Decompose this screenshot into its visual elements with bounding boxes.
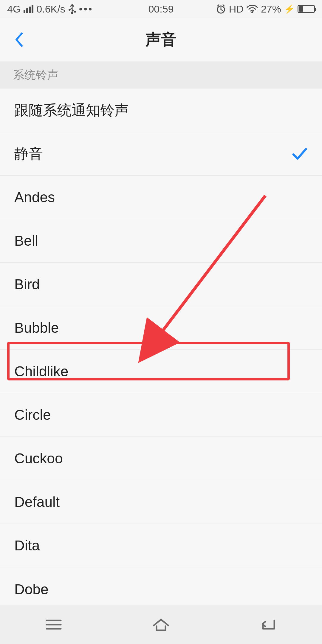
- battery-percent: 27%: [261, 3, 281, 15]
- status-time: 00:59: [148, 3, 174, 15]
- back-button[interactable]: [10, 31, 28, 49]
- system-nav-bar: [0, 605, 322, 644]
- sound-item-label: Bird: [14, 276, 40, 292]
- svg-rect-2: [74, 11, 76, 13]
- svg-point-1: [69, 9, 70, 11]
- home-button[interactable]: [143, 613, 179, 637]
- sound-item-default[interactable]: Default: [0, 480, 322, 524]
- signal-icon: [24, 5, 33, 13]
- wifi-icon: [247, 4, 258, 13]
- sound-item-cuckoo[interactable]: Cuckoo: [0, 437, 322, 480]
- recent-apps-button[interactable]: [36, 613, 72, 637]
- sound-item-label: Default: [14, 494, 60, 510]
- sound-item-label: Dobe: [14, 581, 49, 597]
- sound-item-label: Andes: [14, 189, 55, 205]
- sound-item-label: Bubble: [14, 320, 59, 336]
- sound-item-label: Cuckoo: [14, 450, 63, 467]
- data-speed: 0.6K/s: [36, 3, 65, 15]
- sound-item-label: Childlike: [14, 363, 68, 380]
- sound-item-bird[interactable]: Bird: [0, 263, 322, 306]
- sound-item-andes[interactable]: Andes: [0, 176, 322, 219]
- sound-item-dita[interactable]: Dita: [0, 524, 322, 567]
- check-icon: [291, 145, 308, 162]
- section-header: 系统铃声: [0, 61, 322, 89]
- sound-item-childlike[interactable]: Childlike: [0, 350, 322, 393]
- network-label: 4G: [7, 3, 21, 15]
- sound-item-label: Circle: [14, 407, 51, 423]
- sound-item-circle[interactable]: Circle: [0, 393, 322, 437]
- sound-item-label: Dita: [14, 537, 40, 554]
- status-left: 4G 0.6K/s •••: [7, 3, 93, 15]
- status-bar: 4G 0.6K/s ••• 00:59 HD 27% ⚡: [0, 0, 322, 18]
- svg-point-0: [71, 12, 73, 14]
- page-header: 声音: [0, 18, 322, 61]
- sound-list: 跟随系统通知铃声 静音 Andes Bell Bird Bubble Child…: [0, 89, 322, 611]
- sound-item-follow-system[interactable]: 跟随系统通知铃声: [0, 89, 322, 132]
- sound-item-mute[interactable]: 静音: [0, 132, 322, 176]
- sound-item-dobe[interactable]: Dobe: [0, 567, 322, 611]
- page-title: 声音: [145, 29, 177, 50]
- more-icon: •••: [79, 3, 93, 15]
- usb-icon: [68, 4, 76, 14]
- back-nav-button[interactable]: [250, 613, 286, 637]
- sound-item-label: Bell: [14, 233, 38, 249]
- charging-icon: ⚡: [284, 4, 295, 14]
- hd-label: HD: [229, 3, 244, 15]
- status-right: HD 27% ⚡: [216, 3, 315, 15]
- svg-point-4: [251, 11, 253, 13]
- battery-icon: [298, 5, 315, 13]
- sound-item-bell[interactable]: Bell: [0, 219, 322, 263]
- sound-item-label: 跟随系统通知铃声: [14, 101, 129, 120]
- sound-item-bubble[interactable]: Bubble: [0, 306, 322, 350]
- sound-item-label: 静音: [14, 144, 43, 163]
- alarm-icon: [216, 4, 226, 14]
